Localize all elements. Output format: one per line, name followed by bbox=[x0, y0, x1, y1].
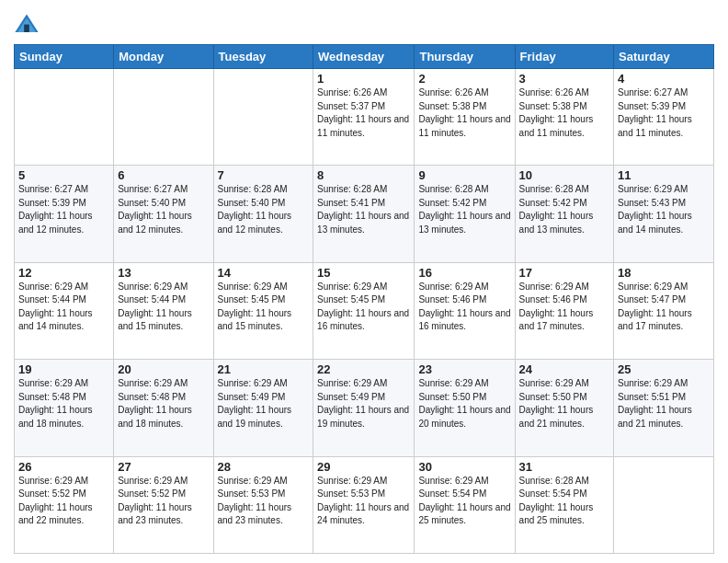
calendar-cell: 18Sunrise: 6:29 AM Sunset: 5:47 PM Dayli… bbox=[614, 262, 714, 359]
day-info: Sunrise: 6:28 AM Sunset: 5:42 PM Dayligh… bbox=[418, 183, 510, 236]
day-info: Sunrise: 6:29 AM Sunset: 5:45 PM Dayligh… bbox=[218, 281, 310, 334]
day-number: 7 bbox=[218, 168, 310, 182]
header bbox=[14, 9, 714, 39]
day-info: Sunrise: 6:29 AM Sunset: 5:53 PM Dayligh… bbox=[317, 475, 410, 528]
day-info: Sunrise: 6:29 AM Sunset: 5:50 PM Dayligh… bbox=[418, 377, 510, 431]
day-number: 15 bbox=[317, 266, 410, 280]
calendar-cell: 28Sunrise: 6:29 AM Sunset: 5:53 PM Dayli… bbox=[213, 456, 313, 553]
day-number: 16 bbox=[418, 266, 510, 280]
day-info: Sunrise: 6:28 AM Sunset: 5:41 PM Dayligh… bbox=[317, 183, 410, 236]
day-info: Sunrise: 6:28 AM Sunset: 5:42 PM Dayligh… bbox=[519, 183, 609, 236]
day-info: Sunrise: 6:29 AM Sunset: 5:43 PM Dayligh… bbox=[618, 183, 710, 236]
calendar-cell bbox=[15, 69, 114, 166]
calendar-cell: 5Sunrise: 6:27 AM Sunset: 5:39 PM Daylig… bbox=[15, 166, 114, 262]
calendar-table: SundayMondayTuesdayWednesdayThursdayFrid… bbox=[14, 44, 714, 554]
calendar-week-row: 5Sunrise: 6:27 AM Sunset: 5:39 PM Daylig… bbox=[15, 166, 714, 262]
calendar-cell: 14Sunrise: 6:29 AM Sunset: 5:45 PM Dayli… bbox=[213, 262, 313, 359]
day-number: 1 bbox=[317, 72, 410, 86]
calendar-cell: 21Sunrise: 6:29 AM Sunset: 5:49 PM Dayli… bbox=[213, 360, 313, 456]
day-number: 25 bbox=[618, 362, 710, 376]
calendar-cell: 22Sunrise: 6:29 AM Sunset: 5:49 PM Dayli… bbox=[313, 360, 415, 456]
day-info: Sunrise: 6:27 AM Sunset: 5:39 PM Dayligh… bbox=[18, 183, 109, 236]
day-number: 10 bbox=[519, 168, 609, 182]
day-number: 18 bbox=[618, 266, 710, 280]
calendar-cell bbox=[614, 456, 714, 553]
day-header-tuesday: Tuesday bbox=[213, 45, 313, 69]
day-info: Sunrise: 6:29 AM Sunset: 5:53 PM Dayligh… bbox=[218, 475, 310, 528]
day-info: Sunrise: 6:29 AM Sunset: 5:46 PM Dayligh… bbox=[418, 281, 510, 334]
day-number: 11 bbox=[618, 168, 710, 182]
day-number: 26 bbox=[18, 460, 109, 474]
calendar-cell: 9Sunrise: 6:28 AM Sunset: 5:42 PM Daylig… bbox=[415, 166, 515, 262]
calendar-cell: 1Sunrise: 6:26 AM Sunset: 5:37 PM Daylig… bbox=[313, 69, 415, 166]
calendar-week-row: 26Sunrise: 6:29 AM Sunset: 5:52 PM Dayli… bbox=[15, 456, 714, 553]
day-number: 23 bbox=[418, 362, 510, 376]
day-header-monday: Monday bbox=[114, 45, 213, 69]
day-info: Sunrise: 6:29 AM Sunset: 5:50 PM Dayligh… bbox=[519, 377, 609, 431]
day-number: 2 bbox=[418, 72, 510, 86]
calendar-cell: 8Sunrise: 6:28 AM Sunset: 5:41 PM Daylig… bbox=[313, 166, 415, 262]
day-header-wednesday: Wednesday bbox=[313, 45, 415, 69]
day-number: 8 bbox=[317, 168, 410, 182]
day-number: 30 bbox=[418, 460, 510, 474]
calendar-cell: 20Sunrise: 6:29 AM Sunset: 5:48 PM Dayli… bbox=[114, 360, 213, 456]
day-info: Sunrise: 6:27 AM Sunset: 5:39 PM Dayligh… bbox=[618, 86, 710, 140]
day-info: Sunrise: 6:29 AM Sunset: 5:45 PM Dayligh… bbox=[317, 281, 410, 334]
day-info: Sunrise: 6:29 AM Sunset: 5:49 PM Dayligh… bbox=[317, 377, 410, 431]
calendar-cell: 15Sunrise: 6:29 AM Sunset: 5:45 PM Dayli… bbox=[313, 262, 415, 359]
day-number: 19 bbox=[18, 362, 109, 376]
day-info: Sunrise: 6:26 AM Sunset: 5:37 PM Dayligh… bbox=[317, 86, 410, 140]
calendar-week-row: 1Sunrise: 6:26 AM Sunset: 5:37 PM Daylig… bbox=[15, 69, 714, 166]
logo bbox=[14, 13, 41, 39]
day-info: Sunrise: 6:29 AM Sunset: 5:49 PM Dayligh… bbox=[218, 377, 310, 431]
calendar-cell: 17Sunrise: 6:29 AM Sunset: 5:46 PM Dayli… bbox=[515, 262, 613, 359]
day-number: 28 bbox=[218, 460, 310, 474]
day-info: Sunrise: 6:29 AM Sunset: 5:44 PM Dayligh… bbox=[18, 281, 109, 334]
calendar-cell: 10Sunrise: 6:28 AM Sunset: 5:42 PM Dayli… bbox=[515, 166, 613, 262]
calendar-cell: 7Sunrise: 6:28 AM Sunset: 5:40 PM Daylig… bbox=[213, 166, 313, 262]
day-number: 13 bbox=[118, 266, 209, 280]
day-number: 9 bbox=[418, 168, 510, 182]
day-number: 31 bbox=[519, 460, 609, 474]
day-info: Sunrise: 6:29 AM Sunset: 5:51 PM Dayligh… bbox=[618, 377, 710, 431]
calendar-cell bbox=[114, 69, 213, 166]
calendar-header-row: SundayMondayTuesdayWednesdayThursdayFrid… bbox=[15, 45, 714, 69]
day-number: 5 bbox=[18, 168, 109, 182]
day-info: Sunrise: 6:29 AM Sunset: 5:48 PM Dayligh… bbox=[118, 377, 209, 431]
day-number: 29 bbox=[317, 460, 410, 474]
day-info: Sunrise: 6:26 AM Sunset: 5:38 PM Dayligh… bbox=[519, 86, 609, 140]
day-info: Sunrise: 6:28 AM Sunset: 5:54 PM Dayligh… bbox=[519, 475, 609, 528]
calendar-cell: 30Sunrise: 6:29 AM Sunset: 5:54 PM Dayli… bbox=[415, 456, 515, 553]
day-info: Sunrise: 6:29 AM Sunset: 5:47 PM Dayligh… bbox=[618, 281, 710, 334]
calendar-cell: 11Sunrise: 6:29 AM Sunset: 5:43 PM Dayli… bbox=[614, 166, 714, 262]
day-info: Sunrise: 6:28 AM Sunset: 5:40 PM Dayligh… bbox=[218, 183, 310, 236]
calendar-cell: 29Sunrise: 6:29 AM Sunset: 5:53 PM Dayli… bbox=[313, 456, 415, 553]
calendar-cell: 4Sunrise: 6:27 AM Sunset: 5:39 PM Daylig… bbox=[614, 69, 714, 166]
day-info: Sunrise: 6:29 AM Sunset: 5:52 PM Dayligh… bbox=[118, 475, 209, 528]
day-number: 20 bbox=[118, 362, 209, 376]
day-header-friday: Friday bbox=[515, 45, 613, 69]
day-number: 24 bbox=[519, 362, 609, 376]
day-info: Sunrise: 6:29 AM Sunset: 5:52 PM Dayligh… bbox=[18, 475, 109, 528]
day-info: Sunrise: 6:29 AM Sunset: 5:44 PM Dayligh… bbox=[118, 281, 209, 334]
calendar-cell: 16Sunrise: 6:29 AM Sunset: 5:46 PM Dayli… bbox=[415, 262, 515, 359]
calendar-cell: 2Sunrise: 6:26 AM Sunset: 5:38 PM Daylig… bbox=[415, 69, 515, 166]
day-info: Sunrise: 6:27 AM Sunset: 5:40 PM Dayligh… bbox=[118, 183, 209, 236]
calendar-cell: 3Sunrise: 6:26 AM Sunset: 5:38 PM Daylig… bbox=[515, 69, 613, 166]
calendar-cell bbox=[213, 69, 313, 166]
calendar-cell: 23Sunrise: 6:29 AM Sunset: 5:50 PM Dayli… bbox=[415, 360, 515, 456]
day-number: 27 bbox=[118, 460, 209, 474]
day-header-sunday: Sunday bbox=[15, 45, 114, 69]
calendar-cell: 6Sunrise: 6:27 AM Sunset: 5:40 PM Daylig… bbox=[114, 166, 213, 262]
day-number: 21 bbox=[218, 362, 310, 376]
calendar-cell: 26Sunrise: 6:29 AM Sunset: 5:52 PM Dayli… bbox=[15, 456, 114, 553]
page: SundayMondayTuesdayWednesdayThursdayFrid… bbox=[0, 0, 728, 563]
day-header-saturday: Saturday bbox=[614, 45, 714, 69]
day-number: 4 bbox=[618, 72, 710, 86]
day-number: 12 bbox=[18, 266, 109, 280]
calendar-cell: 12Sunrise: 6:29 AM Sunset: 5:44 PM Dayli… bbox=[15, 262, 114, 359]
calendar-cell: 31Sunrise: 6:28 AM Sunset: 5:54 PM Dayli… bbox=[515, 456, 613, 553]
day-number: 6 bbox=[118, 168, 209, 182]
calendar-cell: 19Sunrise: 6:29 AM Sunset: 5:48 PM Dayli… bbox=[15, 360, 114, 456]
day-info: Sunrise: 6:29 AM Sunset: 5:48 PM Dayligh… bbox=[18, 377, 109, 431]
